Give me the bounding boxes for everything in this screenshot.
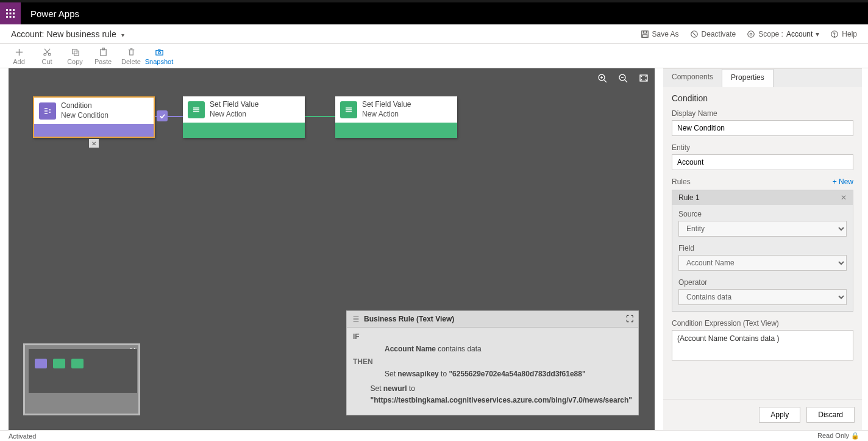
cond-tail: contains data xyxy=(436,345,482,353)
then-line-1: Set newsapikey to "6255629e702e4a54a80d7… xyxy=(385,368,632,380)
text-view-body: IF Account Name contains data THEN xyxy=(347,328,638,415)
main-area: Condition New Condition ✕ Set Field Valu… xyxy=(0,68,868,430)
tab-properties[interactable]: Properties xyxy=(722,69,774,87)
status-left: Activated xyxy=(9,432,36,440)
zoom-in-icon[interactable] xyxy=(597,73,607,83)
top-actions: Save As Deactivate Scope : Account ▾ Hel… xyxy=(641,30,857,38)
display-name-label: Display Name xyxy=(672,109,853,118)
plus-icon xyxy=(15,48,24,57)
node-footer xyxy=(183,123,305,138)
node-body: Set Field Value New Action xyxy=(183,96,305,123)
zoom-out-icon[interactable] xyxy=(618,73,628,83)
minimap-viewport xyxy=(29,349,137,393)
help-button[interactable]: Help xyxy=(830,30,857,38)
svg-rect-4 xyxy=(10,13,12,15)
set-field-icon xyxy=(188,101,205,118)
status-right: Read Only 🔒 xyxy=(817,432,859,440)
panel-footer: Apply Discard xyxy=(663,399,862,430)
field-label: Field xyxy=(678,244,847,253)
deactivate-button[interactable]: Deactivate xyxy=(690,30,736,38)
panel-tabs: Components Properties xyxy=(663,69,862,87)
rule-title: Rule 1 xyxy=(678,193,700,202)
apply-button[interactable]: Apply xyxy=(759,407,800,423)
discard-button[interactable]: Discard xyxy=(806,407,855,423)
expand-icon[interactable]: ⛶ xyxy=(626,315,633,323)
add-button[interactable]: Add xyxy=(5,48,33,65)
scope-icon xyxy=(747,30,755,38)
breadcrumb-rule: New business rule xyxy=(46,29,116,39)
svg-point-14 xyxy=(750,33,753,35)
svg-rect-23 xyxy=(155,51,162,56)
mini-condition xyxy=(35,359,47,368)
operator-select[interactable]: Contains data xyxy=(678,289,847,305)
panel-body: Condition Display Name Entity Rules + Ne… xyxy=(663,87,862,399)
svg-rect-8 xyxy=(13,16,15,18)
breadcrumb[interactable]: Account: New business rule ▾ xyxy=(11,29,124,39)
scissors-icon xyxy=(43,48,52,57)
save-as-label: Save As xyxy=(652,30,679,38)
tab-components[interactable]: Components xyxy=(663,69,722,87)
true-branch-badge xyxy=(157,110,168,121)
new-rule-link[interactable]: + New xyxy=(833,177,853,186)
field-select[interactable]: Account Name xyxy=(678,255,847,271)
save-icon xyxy=(641,30,649,38)
paste-button[interactable]: Paste xyxy=(89,48,117,65)
delete-button[interactable]: Delete xyxy=(117,48,145,65)
close-icon[interactable]: ✕ xyxy=(841,193,847,202)
then-line-2: Set newurl to "https://testbingkamal.cog… xyxy=(370,383,632,406)
svg-rect-7 xyxy=(10,16,12,18)
app-launcher-button[interactable] xyxy=(0,2,21,24)
brand-label: Power Apps xyxy=(21,9,89,19)
canvas-wrap: Condition New Condition ✕ Set Field Valu… xyxy=(9,68,655,430)
source-label: Source xyxy=(678,210,847,218)
operator-label: Operator xyxy=(678,278,847,287)
then-label: THEN xyxy=(353,357,385,366)
svg-rect-11 xyxy=(642,34,647,37)
app-header: Power Apps xyxy=(0,2,868,24)
rule-title-bar: Rule 1 ✕ xyxy=(672,190,853,205)
sub-header: Account: New business rule ▾ Save As Dea… xyxy=(0,24,868,44)
node-footer xyxy=(34,124,154,137)
node-body: Condition New Condition xyxy=(34,98,154,124)
condition-node[interactable]: Condition New Condition xyxy=(33,96,155,138)
designer-canvas[interactable]: Condition New Condition ✕ Set Field Valu… xyxy=(9,68,655,430)
svg-rect-19 xyxy=(72,49,77,54)
mini-action-2 xyxy=(71,359,84,368)
svg-rect-1 xyxy=(10,9,12,11)
deactivate-label: Deactivate xyxy=(702,30,736,38)
svg-rect-20 xyxy=(74,51,79,56)
fit-screen-icon[interactable] xyxy=(639,73,649,83)
display-name-input[interactable] xyxy=(672,120,853,136)
cond-field: Account Name xyxy=(385,345,436,353)
node-text: Condition New Condition xyxy=(61,101,108,120)
minimap[interactable]: ⛶ xyxy=(23,343,140,415)
action-node-2[interactable]: Set Field Value New Action xyxy=(335,96,457,138)
text-view-title: Business Rule (Text View) xyxy=(364,315,454,323)
rule-box: Rule 1 ✕ Source Entity Field Account Nam… xyxy=(672,190,853,312)
canvas-controls xyxy=(597,73,649,83)
list-icon xyxy=(352,315,360,323)
svg-point-16 xyxy=(834,35,835,36)
copy-button[interactable]: Copy xyxy=(61,48,89,65)
node-body: Set Field Value New Action xyxy=(335,96,457,123)
false-branch-handle[interactable]: ✕ xyxy=(89,139,99,148)
condition-icon xyxy=(39,102,56,120)
snapshot-button[interactable]: Snapshot xyxy=(145,48,173,65)
help-label: Help xyxy=(842,30,857,38)
expr-label: Condition Expression (Text View) xyxy=(672,319,853,328)
action-node-1[interactable]: Set Field Value New Action xyxy=(183,96,305,138)
cut-button[interactable]: Cut xyxy=(33,48,61,65)
entity-input[interactable] xyxy=(672,154,853,170)
entity-label: Entity xyxy=(672,143,853,152)
set-field-icon xyxy=(340,101,357,118)
node-text: Set Field Value New Action xyxy=(210,100,259,119)
svg-point-18 xyxy=(48,53,51,56)
svg-point-24 xyxy=(158,52,160,54)
copy-label: Copy xyxy=(67,58,83,65)
properties-panel: Components Properties Condition Display … xyxy=(663,68,862,430)
source-select[interactable]: Entity xyxy=(678,221,847,237)
camera-icon xyxy=(155,48,164,57)
text-view-panel: Business Rule (Text View) ⛶ IF Account N… xyxy=(346,310,639,415)
scope-dropdown[interactable]: Scope : Account ▾ xyxy=(747,30,819,38)
save-as-button[interactable]: Save As xyxy=(641,30,679,38)
